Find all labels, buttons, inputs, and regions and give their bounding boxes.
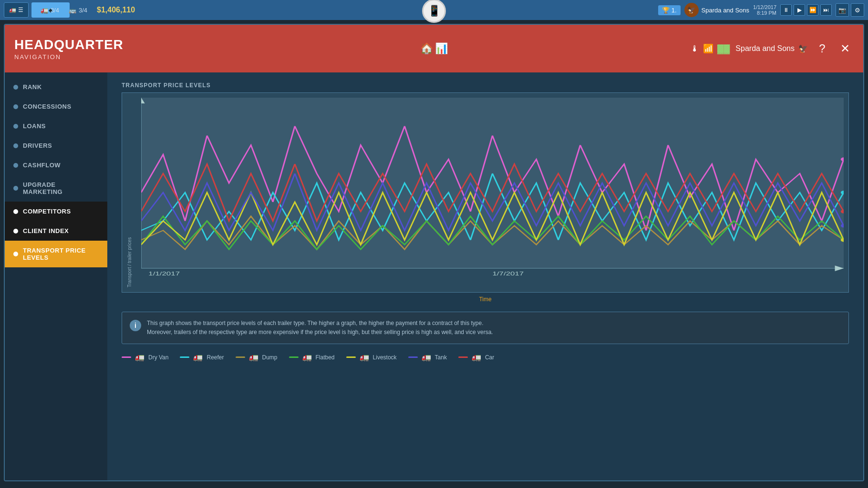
nav-dot-concessions	[13, 104, 18, 109]
sidebar-item-drivers[interactable]: DRIVERS	[5, 136, 107, 155]
legend-color-flatbed	[289, 356, 299, 358]
top-bar-right: 🏆 1. 🦅 Sparda and Sons 1/12/2017 8:19 PM…	[658, 3, 864, 17]
sidebar-item-loans[interactable]: LOANS	[5, 116, 107, 136]
header-right: 🌡 📶 ▓▓ Sparda and Sons 🦅 ? ✕	[691, 40, 854, 57]
header-icons: 🌡 📶 ▓▓	[691, 43, 730, 54]
legend-item-tank: 🚛Tank	[408, 353, 447, 362]
content-area: RANK CONCESSIONS LOANS DRIVERS CASHFLOW …	[5, 72, 863, 481]
rank-badge: 🏆 1.	[658, 5, 681, 15]
legend-label-car: Car	[485, 354, 494, 361]
screenshot-button[interactable]: 📷	[836, 3, 849, 17]
trailer-stat: 🚌 3/4	[69, 7, 87, 14]
top-bar-icons: 📷 ⚙	[836, 3, 864, 17]
legend-label-livestock: Livestock	[373, 354, 397, 361]
header-company: Sparda and Sons 🦅	[735, 44, 808, 53]
window-subtitle: NAVIGATION	[14, 53, 124, 61]
main-window: HEADQUARTER NAVIGATION 🏠 📊 🌡 📶 ▓▓ Sparda…	[4, 24, 864, 481]
trailer-icon: 🚌	[69, 7, 76, 14]
nav-label-loans: LOANS	[23, 122, 46, 130]
sidebar-item-upgrade-marketing[interactable]: UPGRADEMARKETING	[5, 175, 107, 202]
main-content: TRANSPORT PRICE LEVELS Transport / trail…	[107, 72, 863, 481]
top-bar: 🚛 ☰ ◆ 🚛 3/4 🚌 3/4 $1,406,110 📱 🏆 1. 🦅 Sp…	[0, 0, 868, 20]
info-box: i This graph shows the transport price l…	[122, 312, 849, 344]
sidebar-item-competitors[interactable]: COMPETITORS	[5, 202, 107, 221]
legend-item-livestock: 🚛Livestock	[346, 353, 397, 362]
info-icon: i	[130, 320, 141, 331]
nav-label-rank: RANK	[23, 83, 42, 91]
legend-icon-livestock: 🚛	[360, 353, 369, 362]
legend-label-dry-van: Dry Van	[148, 354, 168, 361]
nav-dot-upgrade	[13, 186, 18, 191]
nav-label-upgrade: UPGRADEMARKETING	[23, 181, 62, 195]
sidebar-item-concessions[interactable]: CONCESSIONS	[5, 97, 107, 116]
nav-dot-transport	[13, 252, 18, 256]
legend-color-reefer	[180, 356, 189, 358]
close-button[interactable]: ✕	[837, 40, 854, 57]
hamburger-icon: ☰	[18, 7, 23, 13]
legend-label-reefer: Reefer	[207, 354, 224, 361]
legend-icon-dry-van: 🚛	[135, 353, 145, 362]
help-button[interactable]: ?	[814, 40, 831, 57]
svg-text:1/7/2017: 1/7/2017	[493, 271, 524, 276]
nav-dot-cashflow	[13, 163, 18, 168]
legend-color-livestock	[346, 356, 356, 358]
nav-label-concessions: CONCESSIONS	[23, 103, 72, 110]
menu-button[interactable]: 🚛 ☰	[4, 2, 29, 18]
legend-icon-tank: 🚛	[422, 353, 431, 362]
legend-item-dry-van: 🚛Dry Van	[122, 353, 168, 362]
legend-color-tank	[408, 356, 418, 358]
sidebar-item-transport-price-levels[interactable]: TRANSPORT PRICELEVELS	[5, 241, 107, 267]
legend-label-tank: Tank	[435, 354, 447, 361]
nav-label-drivers: DRIVERS	[23, 142, 52, 149]
legend-item-reefer: 🚛Reefer	[180, 353, 224, 362]
legend-color-dump	[236, 356, 245, 358]
legend-label-dump: Dump	[262, 354, 278, 361]
svg-text:1/1/2017: 1/1/2017	[148, 271, 180, 276]
legend-icon-dump: 🚛	[249, 353, 258, 362]
money-display: $1,406,110	[97, 6, 135, 14]
trophy-icon: 🏆	[662, 7, 670, 14]
thermometer-icon: 🌡	[691, 44, 699, 54]
company-avatar: 🦅	[684, 3, 699, 17]
legend-icon-reefer: 🚛	[193, 353, 203, 362]
top-bar-center: 🚛 3/4 🚌 3/4 $1,406,110	[41, 6, 135, 14]
nav-dot-client-index	[13, 229, 18, 234]
nav-dot-rank	[13, 85, 18, 90]
sidebar-item-cashflow[interactable]: CASHFLOW	[5, 155, 107, 175]
nav-label-competitors: COMPETITORS	[23, 208, 71, 215]
truck-stat: 🚛 3/4	[41, 7, 59, 14]
fast-forward-button[interactable]: ⏩	[807, 4, 818, 16]
chart-section: TRANSPORT PRICE LEVELS Transport / trail…	[122, 82, 849, 362]
chart-title: TRANSPORT PRICE LEVELS	[122, 82, 849, 89]
pause-button[interactable]: ⏸	[780, 4, 792, 16]
fastest-button[interactable]: ⏭	[820, 4, 832, 16]
legend-item-car: 🚛Car	[458, 353, 494, 362]
time-display: 1/12/2017 8:19 PM	[753, 4, 776, 16]
legend-color-dry-van	[122, 356, 131, 358]
truck-icon2: 🚛	[41, 7, 48, 14]
play-button[interactable]: ▶	[794, 4, 805, 16]
company-name: Sparda and Sons	[702, 7, 749, 14]
sidebar-item-client-index[interactable]: CLIENT INDEX	[5, 221, 107, 241]
window-title-block: HEADQUARTER NAVIGATION	[14, 37, 124, 61]
nav-dot-drivers	[13, 143, 18, 148]
x-axis-title: Time	[479, 296, 491, 303]
sidebar-item-rank[interactable]: RANK	[5, 77, 107, 97]
window-header: HEADQUARTER NAVIGATION 🏠 📊 🌡 📶 ▓▓ Sparda…	[5, 25, 863, 72]
legend-item-flatbed: 🚛Flatbed	[289, 353, 335, 362]
legend-item-dump: 🚛Dump	[236, 353, 278, 362]
company-crest-icon: 🦅	[798, 44, 808, 53]
nav-label-cashflow: CASHFLOW	[23, 162, 61, 169]
truck-icon: 🚛	[9, 7, 16, 13]
phone-button[interactable]: 📱	[422, 0, 446, 23]
chart-inner: 1/1/2017 1/7/2017	[136, 93, 848, 292]
battery-icon: ▓▓	[717, 44, 730, 54]
legend-icon-car: 🚛	[472, 353, 481, 362]
chart-icon: 📊	[435, 42, 448, 55]
nav-label-client-index: CLIENT INDEX	[23, 227, 69, 234]
legend-label-flatbed: Flatbed	[316, 354, 335, 361]
wifi-icon: 📶	[703, 43, 713, 54]
legend: 🚛Dry Van🚛Reefer🚛Dump🚛Flatbed🚛Livestock🚛T…	[122, 353, 849, 362]
settings-button[interactable]: ⚙	[851, 3, 864, 17]
sidebar: RANK CONCESSIONS LOANS DRIVERS CASHFLOW …	[5, 72, 107, 481]
